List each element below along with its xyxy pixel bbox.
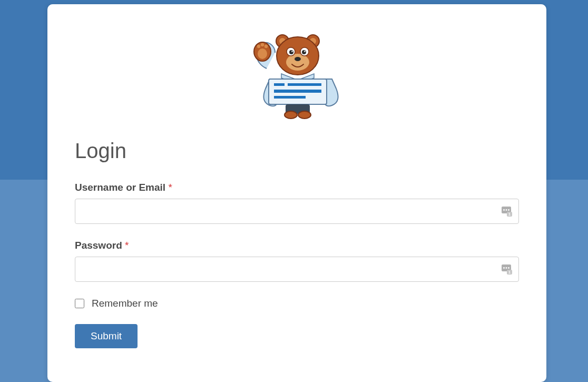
svg-text:1: 1 — [508, 270, 511, 274]
svg-point-27 — [503, 209, 505, 211]
required-mark: * — [168, 182, 172, 193]
remember-me-row: Remember me — [75, 298, 519, 309]
svg-point-13 — [289, 50, 293, 54]
svg-point-14 — [302, 50, 306, 54]
svg-rect-22 — [274, 96, 306, 99]
svg-point-3 — [260, 43, 263, 46]
password-label: Password * — [75, 240, 519, 251]
svg-point-34 — [506, 267, 507, 269]
svg-point-1 — [258, 48, 267, 59]
svg-rect-21 — [274, 90, 321, 93]
password-input[interactable] — [75, 257, 519, 282]
svg-point-33 — [503, 267, 505, 269]
password-field-group: Password * 1 — [75, 240, 519, 282]
svg-point-29 — [508, 209, 509, 211]
svg-point-2 — [257, 45, 260, 48]
password-manager-badge-icon[interactable]: 1 — [501, 205, 513, 217]
required-mark: * — [125, 240, 129, 251]
svg-point-15 — [291, 51, 293, 52]
username-field-group: Username or Email * 1 — [75, 182, 519, 224]
svg-point-28 — [506, 209, 507, 211]
remember-me-checkbox[interactable] — [75, 299, 84, 308]
svg-point-35 — [508, 267, 509, 269]
password-label-text: Password — [75, 240, 122, 251]
login-card: Login Username or Email * 1 Password * — [47, 4, 546, 382]
password-input-wrap: 1 — [75, 257, 519, 282]
svg-text:1: 1 — [508, 212, 511, 216]
username-input-wrap: 1 — [75, 199, 519, 224]
username-label: Username or Email * — [75, 182, 519, 193]
svg-point-25 — [298, 111, 311, 119]
submit-button[interactable]: Submit — [75, 324, 138, 348]
wpforms-bear-mascot-icon — [250, 31, 345, 120]
username-label-text: Username or Email — [75, 182, 165, 193]
svg-rect-20 — [288, 83, 321, 86]
remember-me-label[interactable]: Remember me — [92, 298, 158, 309]
page-title: Login — [75, 139, 519, 163]
svg-rect-19 — [274, 83, 285, 86]
username-input[interactable] — [75, 199, 519, 224]
svg-point-24 — [285, 111, 297, 119]
svg-point-4 — [264, 45, 267, 48]
password-manager-badge-icon[interactable]: 1 — [501, 263, 513, 275]
svg-point-16 — [304, 51, 306, 52]
svg-point-17 — [295, 57, 301, 61]
svg-point-10 — [286, 54, 309, 71]
logo-container — [75, 31, 519, 120]
